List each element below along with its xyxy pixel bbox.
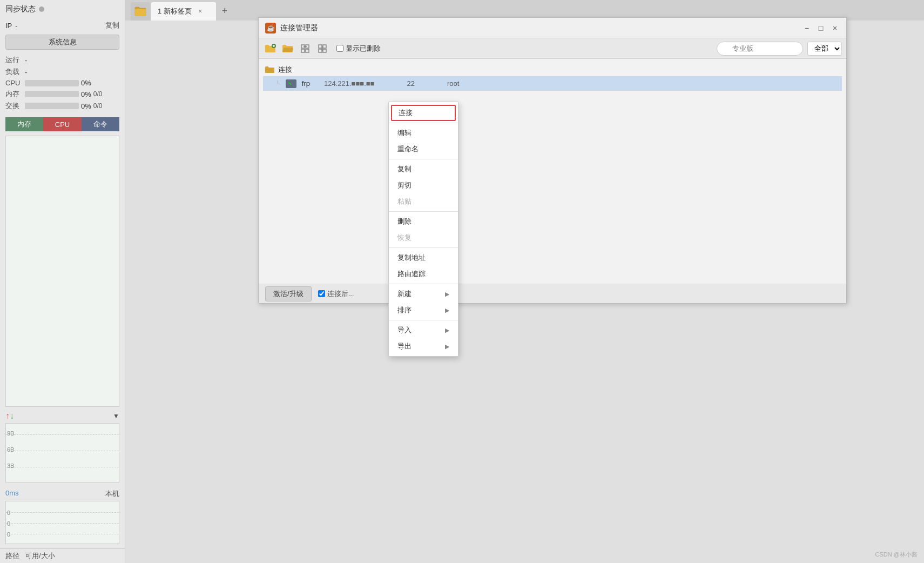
open-folder-button[interactable] — [280, 41, 295, 56]
folder-tab-icon[interactable] — [131, 2, 150, 21]
ctx-connect[interactable]: 连接 — [391, 105, 456, 121]
new-connection-button[interactable] — [263, 41, 278, 56]
ctx-connect-label: 连接 — [399, 108, 413, 118]
traffic-toggle-icon[interactable]: ▼ — [113, 412, 119, 420]
traffic-section: ↑ ↓ ▼ 9B 6B 3B — [0, 409, 125, 487]
run-row: 运行 - — [5, 54, 119, 66]
traffic-chart: 9B 6B 3B — [5, 423, 119, 482]
ping-val-2: 0 — [7, 520, 10, 527]
tab-memory-button[interactable]: 内存 — [5, 117, 43, 131]
ip-row: IP - 复制 — [0, 18, 125, 32]
conn-user: root — [447, 79, 459, 88]
svg-rect-8 — [319, 45, 322, 48]
show-deleted-button[interactable]: 显示已删除 — [332, 41, 385, 56]
run-label: 运行 — [5, 55, 22, 65]
context-menu: 连接 编辑 重命名 复制 剪切 粘贴 删除 恢复 复制地址 路由追踪 — [388, 102, 458, 357]
svg-rect-13 — [287, 81, 295, 86]
watermark: CSDN @林小酱 — [875, 551, 918, 559]
ctx-edit[interactable]: 编辑 — [389, 125, 458, 141]
sync-dot-icon — [39, 6, 44, 12]
ctx-paste-label: 粘贴 — [397, 197, 412, 206]
ctx-copy[interactable]: 复制 — [389, 161, 458, 177]
new-conn-icon — [265, 44, 276, 53]
ctx-route-trace[interactable]: 路由追踪 — [389, 266, 458, 282]
svg-rect-5 — [301, 49, 305, 52]
run-value: - — [25, 56, 27, 64]
ctx-divider-5 — [389, 284, 458, 284]
tree-root-folder[interactable]: 连接 — [263, 63, 842, 76]
cpu-progress-bg — [25, 80, 79, 86]
sync-label-text: 同步状态 — [5, 4, 36, 14]
maximize-button[interactable]: □ — [816, 23, 826, 33]
download-arrow-icon: ↓ — [10, 411, 14, 421]
mem-label: 内存 — [5, 89, 22, 99]
info-rows: 运行 - 负载 - CPU 0% 内存 0% 0/0 — [0, 52, 125, 114]
ctx-rename[interactable]: 重命名 — [389, 141, 458, 157]
ip-label: IP — [5, 22, 12, 30]
ctx-divider-4 — [389, 247, 458, 248]
ping-local-label: 本机 — [105, 489, 119, 499]
ctx-edit-label: 编辑 — [397, 128, 412, 138]
ctx-copy-addr[interactable]: 复制地址 — [389, 250, 458, 266]
ctx-divider-2 — [389, 159, 458, 159]
swap-progress-wrap: 0% 0/0 — [25, 102, 102, 110]
dialog-toolbar: 显示已删除 🔍 全部 — [259, 38, 846, 59]
tree-item-frp[interactable]: └ frp 124.221.■■■.■■ 22 root — [263, 76, 842, 91]
ctx-delete[interactable]: 删除 — [389, 213, 458, 230]
ctx-sort[interactable]: 排序 ▶ — [389, 302, 458, 318]
ping-grid-2 — [6, 523, 119, 524]
connection-tree: 连接 └ frp 124.221.■■■.■■ — [259, 59, 846, 284]
ctx-restore: 恢复 — [389, 230, 458, 246]
collapse-button[interactable] — [298, 41, 313, 56]
swap-row: 交换 0% 0/0 — [5, 100, 119, 112]
dialog-icon-glyph: ☕ — [267, 24, 275, 32]
ctx-new[interactable]: 新建 ▶ — [389, 286, 458, 302]
show-deleted-checkbox[interactable] — [336, 45, 343, 52]
ctx-delete-label: 删除 — [397, 217, 412, 226]
ctx-import[interactable]: 导入 ▶ — [389, 322, 458, 338]
svg-rect-10 — [319, 49, 322, 52]
traffic-grid-mid — [6, 451, 119, 451]
ctx-cut[interactable]: 剪切 — [389, 177, 458, 193]
filter-select[interactable]: 全部 — [807, 42, 842, 56]
size-label: 可用/大小 — [25, 551, 55, 561]
after-connect-checkbox[interactable] — [318, 290, 325, 297]
mem-value: 0% — [81, 90, 91, 98]
close-button[interactable]: × — [830, 23, 840, 33]
ping-chart: 0 0 0 — [5, 501, 119, 544]
tab-cmd-button[interactable]: 命令 — [82, 117, 119, 131]
ctx-export[interactable]: 导出 ▶ — [389, 338, 458, 354]
mem-progress-wrap: 0% 0/0 — [25, 90, 102, 98]
sysinfo-button[interactable]: 系统信息 — [5, 35, 119, 50]
minimize-button[interactable]: − — [802, 23, 812, 33]
ctx-divider-6 — [389, 320, 458, 320]
svg-rect-11 — [323, 49, 326, 52]
ping-header: 0ms 本机 — [5, 489, 119, 499]
dialog-content: 连接 └ frp 124.221.■■■.■■ — [259, 59, 846, 284]
ping-val-3: 0 — [7, 531, 10, 538]
tab-1-label: 1 新标签页 — [158, 6, 192, 16]
tab-1-close[interactable]: × — [196, 7, 205, 16]
add-tab-button[interactable]: + — [217, 3, 232, 18]
ctx-copy-label: 复制 — [397, 164, 412, 174]
svg-rect-6 — [306, 49, 309, 52]
conn-port: 22 — [407, 79, 414, 88]
ctx-sort-arrow-icon: ▶ — [445, 307, 449, 314]
collapse-icon — [300, 44, 310, 53]
expand-button[interactable] — [315, 41, 330, 56]
swap-progress-bg — [25, 103, 79, 109]
svg-rect-9 — [323, 45, 326, 48]
copy-button[interactable]: 复制 — [105, 21, 119, 30]
traffic-label-6b: 6B — [7, 446, 14, 453]
activate-upgrade-button[interactable]: 激活/升级 — [265, 286, 312, 301]
ctx-paste: 粘贴 — [389, 193, 458, 210]
dialog-titlebar: ☕ 连接管理器 − □ × — [259, 18, 846, 38]
ctx-copy-addr-label: 复制地址 — [397, 253, 426, 263]
tab-1[interactable]: 1 新标签页 × — [151, 2, 216, 21]
tab-cpu-button[interactable]: CPU — [43, 117, 81, 131]
search-input[interactable] — [717, 42, 803, 56]
mem-progress-bg — [25, 91, 79, 97]
load-label: 负载 — [5, 67, 22, 77]
load-value: - — [25, 68, 27, 76]
ping-grid-1 — [6, 512, 119, 513]
